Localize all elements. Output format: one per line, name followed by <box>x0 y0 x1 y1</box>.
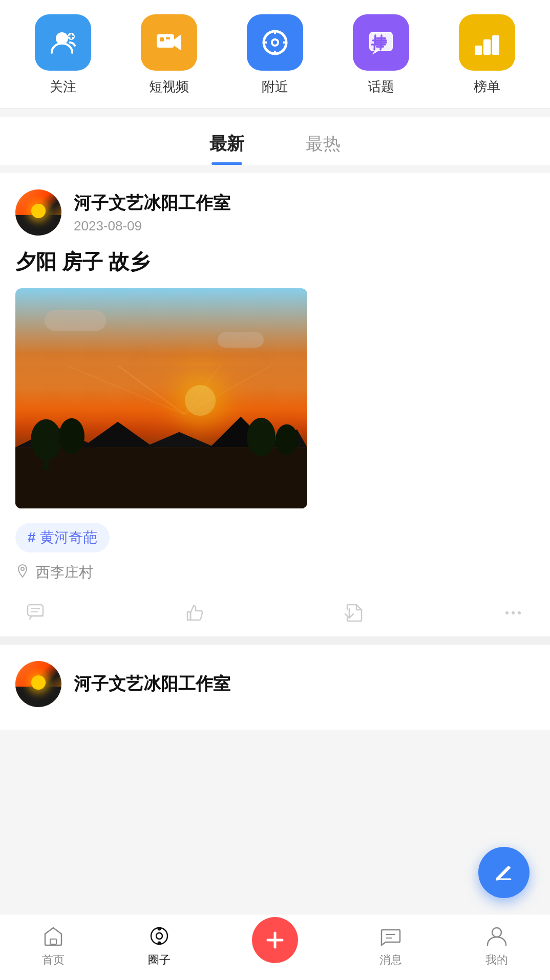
nav-message-label: 消息 <box>379 952 402 968</box>
icon-nav: 关注 短视频 附近 <box>0 0 550 109</box>
post-meta-2: 河子文艺冰阳工作室 <box>74 672 230 696</box>
nav-circle-label: 圈子 <box>148 952 171 968</box>
follow-label: 关注 <box>50 78 76 96</box>
hash-icon-1: # <box>28 529 36 546</box>
topic-icon <box>366 27 396 58</box>
post-card-2: 河子文艺冰阳工作室 <box>0 645 550 730</box>
follow-icon-bg <box>35 14 91 71</box>
like-btn-1[interactable] <box>184 602 207 624</box>
svg-point-33 <box>21 567 24 570</box>
svg-rect-3 <box>160 37 164 41</box>
share-btn-1[interactable] <box>343 602 366 624</box>
svg-point-7 <box>273 40 277 45</box>
post-username-2: 河子文艺冰阳工作室 <box>74 672 230 696</box>
svg-rect-15 <box>483 39 491 55</box>
post-date-1: 2023-08-09 <box>74 218 230 234</box>
nav-follow[interactable]: 关注 <box>35 14 91 96</box>
more-icon <box>502 602 524 624</box>
svg-point-39 <box>518 611 521 614</box>
tag-row-1: # 黄河奇葩 <box>15 523 535 552</box>
avatar-1[interactable] <box>15 189 61 236</box>
tab-latest[interactable]: 最新 <box>209 132 244 165</box>
post-meta-1: 河子文艺冰阳工作室 2023-08-09 <box>74 191 230 234</box>
svg-point-28 <box>276 424 298 455</box>
mine-icon <box>483 923 510 949</box>
nav-circle[interactable]: 圈子 <box>146 923 173 968</box>
topic-icon-bg <box>353 14 409 71</box>
home-icon <box>40 923 67 949</box>
tag-1[interactable]: # 黄河奇葩 <box>15 523 110 552</box>
nav-short-video[interactable]: 短视频 <box>141 14 197 96</box>
more-btn-1[interactable] <box>502 602 524 624</box>
nav-mine[interactable]: 我的 <box>483 923 510 968</box>
pencil-icon <box>491 860 517 885</box>
svg-point-26 <box>59 418 84 454</box>
nav-topic[interactable]: 话题 <box>353 14 409 96</box>
avatar-2[interactable] <box>15 661 61 707</box>
tag-text-1: 黄河奇葩 <box>40 528 97 547</box>
message-icon <box>377 923 404 949</box>
nav-ranking[interactable]: 榜单 <box>459 14 515 96</box>
share-icon <box>343 602 366 624</box>
short-video-icon <box>154 27 184 58</box>
tab-hot[interactable]: 最热 <box>306 132 341 165</box>
svg-rect-41 <box>50 939 56 944</box>
nearby-icon <box>260 27 290 58</box>
like-icon <box>184 602 207 624</box>
follow-icon <box>48 27 78 58</box>
nav-nearby[interactable]: 附近 <box>247 14 303 96</box>
short-video-icon-bg <box>141 14 197 71</box>
svg-rect-16 <box>492 35 499 55</box>
svg-rect-18 <box>15 447 307 508</box>
nav-mine-label: 我的 <box>485 952 508 968</box>
ranking-label: 榜单 <box>474 78 500 96</box>
ranking-icon-bg <box>459 14 515 71</box>
comment-icon <box>26 602 48 624</box>
svg-point-52 <box>492 928 501 937</box>
svg-rect-14 <box>475 46 482 55</box>
add-icon <box>264 929 286 951</box>
post-header-1: 河子文艺冰阳工作室 2023-08-09 <box>15 189 535 236</box>
post-image-1[interactable] <box>15 288 307 508</box>
feed-tabs: 最新 最热 <box>0 117 550 165</box>
action-bar-1 <box>15 596 535 624</box>
post-header-2: 河子文艺冰阳工作室 <box>15 661 535 707</box>
location-row-1: 西李庄村 <box>15 563 535 582</box>
nearby-label: 附近 <box>262 78 288 96</box>
nav-home-label: 首页 <box>42 952 65 968</box>
bottom-nav: 首页 圈子 消息 <box>0 914 550 980</box>
nearby-icon-bg <box>247 14 303 71</box>
svg-point-43 <box>156 933 162 939</box>
nav-home[interactable]: 首页 <box>40 923 67 968</box>
svg-point-37 <box>505 611 509 614</box>
svg-rect-4 <box>166 37 170 39</box>
ranking-icon <box>472 27 502 58</box>
short-video-label: 短视频 <box>149 78 189 96</box>
compose-fab[interactable] <box>478 847 530 898</box>
feed: 河子文艺冰阳工作室 2023-08-09 夕阳 房子 故乡 <box>0 173 550 730</box>
svg-rect-2 <box>157 34 174 48</box>
svg-point-38 <box>512 611 515 614</box>
nav-message[interactable]: 消息 <box>377 923 404 968</box>
nav-add-btn[interactable] <box>252 917 298 963</box>
svg-point-24 <box>31 419 61 460</box>
post-title-1: 夕阳 房子 故乡 <box>15 248 535 276</box>
location-icon-1 <box>15 564 30 582</box>
svg-rect-34 <box>28 605 43 616</box>
post-card-1: 河子文艺冰阳工作室 2023-08-09 夕阳 房子 故乡 <box>0 173 550 645</box>
sunset-scene <box>15 366 307 509</box>
svg-rect-25 <box>44 457 49 470</box>
circle-icon <box>146 923 173 949</box>
svg-point-27 <box>247 417 276 456</box>
location-text-1: 西李庄村 <box>36 563 93 582</box>
comment-btn-1[interactable] <box>26 602 48 624</box>
topic-label: 话题 <box>368 78 394 96</box>
post-username-1: 河子文艺冰阳工作室 <box>74 191 230 215</box>
